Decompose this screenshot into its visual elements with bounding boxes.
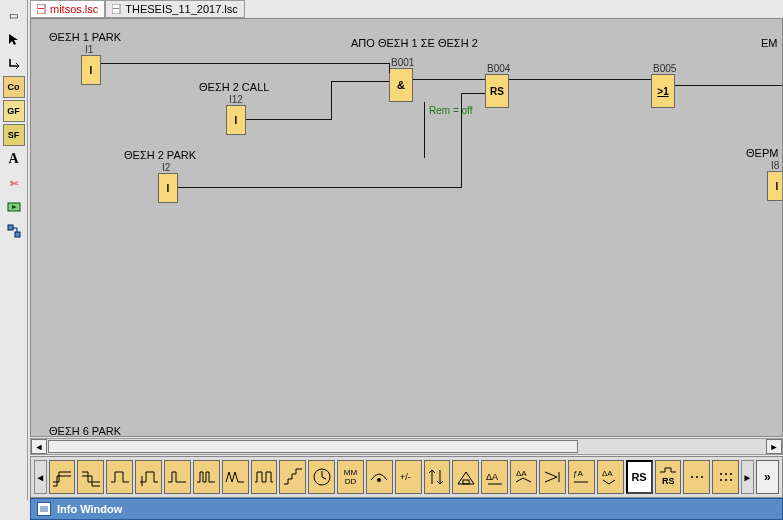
tab-bar: mitsos.lsc THESEIS_11_2017.lsc (30, 0, 245, 18)
block-id-i1: I1 (85, 44, 93, 55)
fn-yearly-timer-icon[interactable]: MM DD (337, 460, 364, 494)
svg-text:ƒA: ƒA (573, 469, 583, 478)
svg-point-7 (314, 469, 330, 485)
fn-stopwatch-icon[interactable]: +/- (395, 460, 422, 494)
fn-weekly-timer-icon[interactable] (308, 460, 335, 494)
svg-point-18 (701, 476, 703, 478)
fn-updown-counter-icon[interactable] (424, 460, 451, 494)
block-i2[interactable]: I (158, 173, 178, 203)
label-apo-thesi: ΑΠΟ ΘΕΣΗ 1 ΣΕ ΘΕΣΗ 2 (351, 37, 478, 49)
scroll-right-icon[interactable]: ► (766, 439, 782, 454)
block-i8[interactable]: I (767, 171, 783, 201)
label-thesi6-park: ΘΕΣΗ 6 PARK (49, 425, 121, 437)
fn-retentive-on-delay-icon[interactable] (135, 460, 162, 494)
block-b005-or[interactable]: >1 (651, 74, 675, 108)
fn-stairway-icon[interactable] (279, 460, 306, 494)
fn-pulse-relay-icon[interactable]: RS (655, 460, 682, 494)
fn-edge-wiping-icon[interactable] (193, 460, 220, 494)
info-window-title: Info Window (57, 503, 122, 515)
label-em: EM (761, 37, 778, 49)
fn-analog-threshold-icon[interactable]: ΔA (510, 460, 537, 494)
svg-rect-5 (8, 225, 13, 230)
wire (675, 85, 783, 86)
scrollbar-thumb[interactable] (48, 440, 578, 453)
fn-analog-watchdog-icon[interactable]: ƒA (568, 460, 595, 494)
label-therm: ΘΕΡΜ (746, 147, 778, 159)
cut-tool-icon[interactable]: ✄ (3, 172, 25, 194)
window-tool-icon[interactable]: ▭ (3, 4, 25, 26)
fn-hours-counter-icon[interactable] (452, 460, 479, 494)
diagram-canvas[interactable]: ΘΕΣΗ 1 PARK ΑΠΟ ΘΕΣΗ 1 ΣΕ ΘΕΣΗ 2 ΘΕΣΗ 2 … (31, 19, 783, 437)
tab-mitsos[interactable]: mitsos.lsc (30, 0, 105, 18)
network-tool-icon[interactable] (3, 220, 25, 242)
fn-analog-comparator-icon[interactable] (539, 460, 566, 494)
canvas-area[interactable]: ΘΕΣΗ 1 PARK ΑΠΟ ΘΕΣΗ 1 ΣΕ ΘΕΣΗ 2 ΘΕΣΗ 2 … (30, 18, 783, 437)
fn-analog-amplifier-icon[interactable]: ΔA (597, 460, 624, 494)
fn-message-text-icon[interactable] (683, 460, 710, 494)
block-i1[interactable]: I (81, 55, 101, 85)
svg-point-23 (725, 479, 727, 481)
info-icon (37, 502, 51, 516)
fn-off-delay-icon[interactable] (77, 460, 104, 494)
fn-on-delay-icon[interactable] (49, 460, 76, 494)
fn-threshold-icon[interactable]: ΔA (481, 460, 508, 494)
wire (461, 93, 485, 94)
block-b004-rs[interactable]: RS (485, 74, 509, 108)
svg-rect-6 (15, 232, 20, 237)
svg-point-22 (720, 479, 722, 481)
svg-text:ΔA: ΔA (486, 472, 498, 482)
fn-async-pulse-icon[interactable] (222, 460, 249, 494)
svg-rect-10 (463, 480, 469, 484)
simulation-tool-icon[interactable] (3, 196, 25, 218)
file-icon (37, 4, 47, 14)
block-b001-and[interactable]: & (389, 68, 413, 102)
block-id-b004: B004 (487, 63, 510, 74)
special-functions-tool[interactable]: SF (3, 124, 25, 146)
tab-label: mitsos.lsc (50, 3, 98, 15)
svg-point-21 (730, 473, 732, 475)
basic-functions-tool[interactable]: GF (3, 100, 25, 122)
file-icon (112, 4, 122, 14)
fn-latching-relay-rs[interactable]: RS (626, 460, 653, 494)
svg-point-19 (720, 473, 722, 475)
block-id-b005: B005 (653, 63, 676, 74)
fn-astro-timer-icon[interactable] (366, 460, 393, 494)
block-id-i2: I2 (162, 162, 170, 173)
palette-more-button[interactable]: » (756, 460, 779, 494)
rem-label: Rem = off (429, 105, 472, 116)
pointer-tool-icon[interactable] (3, 28, 25, 50)
svg-rect-1 (38, 8, 44, 9)
fn-on-off-delay-icon[interactable] (106, 460, 133, 494)
svg-point-16 (691, 476, 693, 478)
label-thesi2-call: ΘΕΣΗ 2 CALL (199, 81, 269, 93)
scroll-left-icon[interactable]: ◄ (31, 439, 47, 454)
label-thesi1-park: ΘΕΣΗ 1 PARK (49, 31, 121, 43)
block-i12[interactable]: I (226, 105, 246, 135)
svg-text:RS: RS (662, 476, 675, 486)
svg-point-24 (730, 479, 732, 481)
tab-theseis[interactable]: THESEIS_11_2017.lsc (105, 0, 245, 18)
block-id-i12: I12 (229, 94, 243, 105)
fn-softkey-icon[interactable] (712, 460, 739, 494)
function-palette: ◄ MM DD +/- ΔA ΔA ƒA ΔA RS RS ► » (30, 456, 783, 498)
wire (389, 63, 390, 73)
palette-scroll-right-icon[interactable]: ► (741, 460, 754, 494)
tab-label: THESEIS_11_2017.lsc (125, 3, 238, 15)
svg-point-8 (377, 478, 381, 482)
block-id-b001: B001 (391, 57, 414, 68)
svg-point-20 (725, 473, 727, 475)
constants-tool[interactable]: Co (3, 76, 25, 98)
connector-tool-icon[interactable] (3, 52, 25, 74)
horizontal-scrollbar[interactable]: ◄ ► (30, 438, 783, 455)
svg-rect-3 (113, 8, 119, 9)
wire (424, 102, 425, 158)
text-tool-icon[interactable]: A (3, 148, 25, 170)
fn-wiping-relay-icon[interactable] (164, 460, 191, 494)
svg-text:ΔA: ΔA (602, 469, 613, 478)
fn-random-gen-icon[interactable] (251, 460, 278, 494)
block-id-i8: I8 (771, 160, 779, 171)
wire (461, 93, 462, 188)
palette-scroll-left-icon[interactable]: ◄ (34, 460, 47, 494)
info-window-bar[interactable]: Info Window (30, 498, 783, 520)
wire (413, 79, 485, 80)
